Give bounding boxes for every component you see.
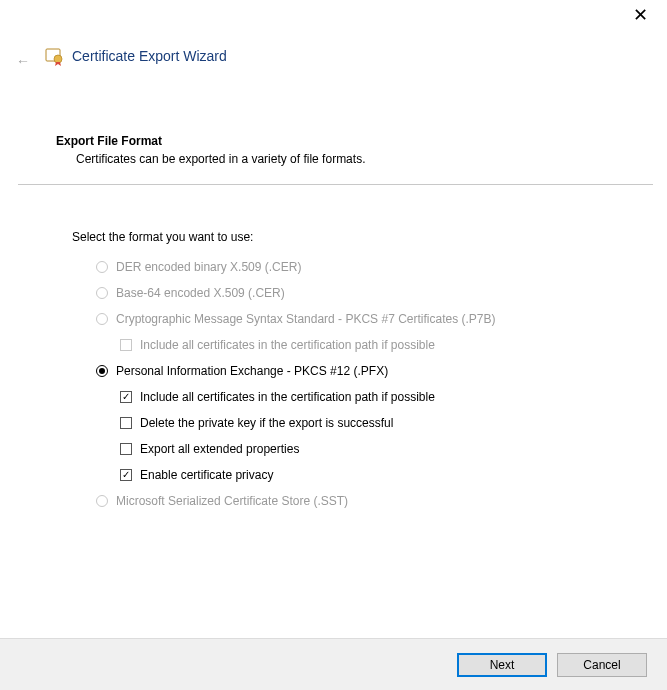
checkbox-icon — [120, 469, 132, 481]
checkbox-pfx-exportext[interactable]: Export all extended properties — [72, 442, 643, 456]
radio-pfx[interactable]: Personal Information Exchange - PKCS #12… — [72, 364, 643, 378]
format-prompt: Select the format you want to use: — [72, 230, 643, 244]
radio-label: Personal Information Exchange - PKCS #12… — [116, 364, 388, 378]
checkbox-pfx-includeall[interactable]: Include all certificates in the certific… — [72, 390, 643, 404]
radio-icon — [96, 261, 108, 273]
checkbox-icon — [120, 391, 132, 403]
section-desc: Certificates can be exported in a variet… — [76, 152, 641, 166]
checkbox-icon — [120, 417, 132, 429]
checkbox-label: Enable certificate privacy — [140, 468, 273, 482]
form-body: Select the format you want to use: DER e… — [72, 230, 643, 520]
back-arrow-icon: ← — [16, 53, 30, 69]
section-title: Export File Format — [56, 134, 641, 148]
certificate-icon — [44, 46, 64, 66]
next-button[interactable]: Next — [457, 653, 547, 677]
checkbox-label: Delete the private key if the export is … — [140, 416, 393, 430]
wizard-window: ✕ ← Certificate Export Wizard Export Fil… — [0, 0, 667, 690]
radio-label: DER encoded binary X.509 (.CER) — [116, 260, 301, 274]
radio-sst: Microsoft Serialized Certificate Store (… — [72, 494, 643, 508]
radio-p7b: Cryptographic Message Syntax Standard - … — [72, 312, 643, 326]
checkbox-pfx-deletekey[interactable]: Delete the private key if the export is … — [72, 416, 643, 430]
section-header: Export File Format Certificates can be e… — [56, 134, 641, 166]
cancel-button[interactable]: Cancel — [557, 653, 647, 677]
radio-label: Cryptographic Message Syntax Standard - … — [116, 312, 496, 326]
wizard-title: Certificate Export Wizard — [72, 48, 227, 64]
radio-label: Microsoft Serialized Certificate Store (… — [116, 494, 348, 508]
radio-label: Base-64 encoded X.509 (.CER) — [116, 286, 285, 300]
checkbox-pfx-privacy[interactable]: Enable certificate privacy — [72, 468, 643, 482]
svg-point-1 — [54, 55, 62, 63]
footer: Next Cancel — [0, 638, 667, 690]
checkbox-label: Include all certificates in the certific… — [140, 338, 435, 352]
radio-icon — [96, 495, 108, 507]
checkbox-icon — [120, 339, 132, 351]
checkbox-p7b-includeall: Include all certificates in the certific… — [72, 338, 643, 352]
checkbox-label: Include all certificates in the certific… — [140, 390, 435, 404]
checkbox-label: Export all extended properties — [140, 442, 299, 456]
divider — [18, 184, 653, 185]
radio-icon — [96, 287, 108, 299]
radio-b64: Base-64 encoded X.509 (.CER) — [72, 286, 643, 300]
checkbox-icon — [120, 443, 132, 455]
radio-icon — [96, 313, 108, 325]
radio-der: DER encoded binary X.509 (.CER) — [72, 260, 643, 274]
close-icon[interactable]: ✕ — [625, 4, 655, 28]
radio-icon — [96, 365, 108, 377]
